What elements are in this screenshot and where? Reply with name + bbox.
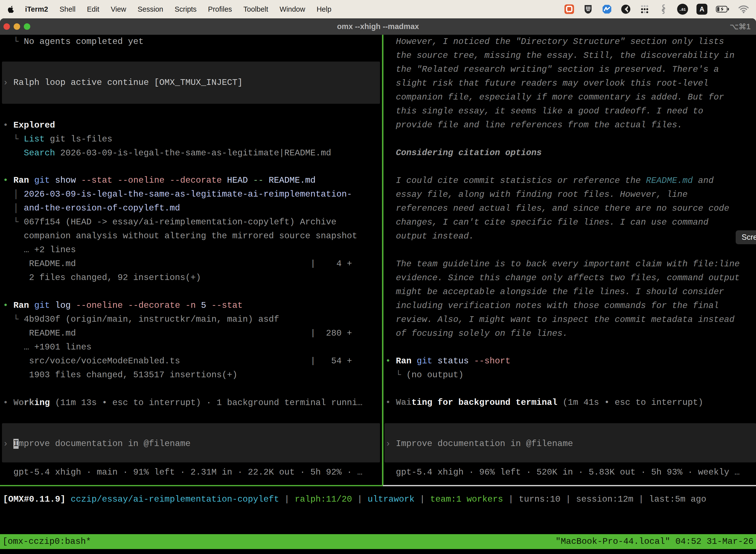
text-segment: -- [253, 175, 263, 185]
text-segment: essay file, along with finding root file… [385, 189, 688, 200]
terminal-line: essay file, along with finding root file… [385, 188, 688, 202]
pane-divider[interactable] [382, 35, 383, 486]
text-segment: List [24, 134, 45, 144]
screen-tooltip: Scre [736, 230, 756, 244]
tmux-pane-left: └ No agents completed yet› Ralph loop ac… [0, 35, 382, 485]
omx-status-line: [OMX#0.11.9] cczip/essay/ai-reimplementa… [3, 492, 706, 506]
text-segment: • [385, 398, 396, 407]
text-segment: this single essay, it seems like a good … [385, 106, 703, 116]
meter-app-icon[interactable] [602, 4, 612, 14]
text-segment: rk [24, 398, 34, 408]
battery-icon[interactable] [716, 5, 730, 13]
terminal-line: evidence. Since this change only affects… [385, 271, 740, 285]
text-segment: … +2 lines [3, 245, 76, 255]
text-segment: 2026-03-09-is-legal-the-same-as-legitima… [55, 148, 331, 158]
shield-grid-icon[interactable] [583, 4, 593, 14]
text-segment: provide file and line references from th… [385, 120, 682, 130]
terminal-line: slight risk that future readers may over… [385, 76, 708, 90]
input-source-icon[interactable]: A [696, 4, 707, 15]
text-segment: slight risk that future readers may over… [385, 78, 708, 88]
tmux-status-bar: [omx-cczip0:bash* "MacBook-Pro-44.local"… [0, 534, 756, 549]
text-segment: git [34, 300, 50, 311]
model-status-line: gpt-5.4 xhigh · main · 91% left · 2.31M … [3, 465, 362, 479]
text-segment: review. Also, I might want to inspect th… [385, 315, 735, 325]
terminal-line: changes, I can't cite specific file line… [385, 215, 708, 229]
text-segment: README.md [646, 176, 693, 186]
text-segment: might be acceptable alongside the file l… [385, 287, 724, 297]
terminal-line: └ List git ls-files [3, 132, 112, 146]
text-segment: Ralph loop active continue [OMX_TMUX_INJ… [13, 78, 243, 88]
kaleidoscope-icon[interactable] [621, 4, 631, 14]
text-segment: companion file, especially if more comme… [385, 92, 724, 102]
terminal-line: the "Related research writing" section i… [385, 63, 719, 76]
text-segment: gpt-5.4 xhigh · main · 91% left · 2.31M … [3, 467, 362, 477]
minimize-button[interactable] [14, 23, 20, 30]
menu-item-shell[interactable]: Shell [54, 5, 81, 13]
text-segment: └ [3, 134, 24, 144]
text-segment: changes, I can't cite specific file line… [385, 217, 708, 227]
text-segment: | [415, 494, 430, 504]
menu-item-session[interactable]: Session [132, 5, 169, 13]
menu-item-profiles[interactable]: Profiles [202, 5, 238, 13]
text-segment: status [432, 356, 474, 366]
terminal-line: │ 2026-03-09-is-legal-the-same-as-legiti… [3, 187, 352, 201]
menu-item-view[interactable]: View [105, 5, 132, 13]
text-segment: • [3, 398, 13, 408]
text-segment: gpt-5.4 xhigh · 96% left · 520K in · 5.8… [385, 467, 740, 477]
text-segment: README.md | 4 + [3, 259, 352, 269]
terminal-line: └ 067f154 (HEAD -> essay/ai-reimplementa… [3, 215, 336, 229]
terminal-line: … +1901 lines [3, 340, 91, 354]
close-button[interactable] [3, 23, 10, 30]
terminal-line: └ (no output) [385, 368, 463, 382]
text-segment: references need actual files, and since … [385, 204, 729, 214]
menu-item-toolbelt[interactable]: Toolbelt [238, 5, 274, 13]
text-segment: Ran [13, 300, 29, 311]
menu-item-window[interactable]: Window [274, 5, 311, 13]
iterm2-window: omx --xhigh --madmax ⌥⌘1 └ No agents com… [0, 18, 756, 554]
menu-item-help[interactable]: Help [311, 5, 337, 13]
text-segment: └ [3, 217, 24, 227]
chat-app-icon[interactable] [564, 4, 574, 14]
text-segment: 2026-03-09-is-legal-the-same-as-legitima… [24, 189, 352, 199]
traffic-lights [0, 23, 30, 30]
terminal-line: I could cite commit statistics or refere… [385, 174, 713, 188]
text-segment: | [560, 494, 576, 504]
text-segment: Ran [13, 175, 29, 185]
prompt-input-line: › Improve documentation in @filename [3, 437, 190, 451]
text-segment: companion analysis without altering the … [3, 231, 357, 241]
text-segment: --stat --oneline --decorate [81, 175, 222, 185]
pane-bottom-border-right [383, 485, 756, 486]
menu-item-edit[interactable]: Edit [81, 5, 105, 13]
terminal-line: … +2 lines [3, 243, 76, 257]
tmux-session-label: [omx-cczip0:bash* [2, 535, 91, 549]
menu-item-iterm2[interactable]: iTerm2 [19, 5, 54, 13]
text-segment: (1m 41s • esc to interrupt) [557, 398, 703, 407]
menu-item-scripts[interactable]: Scripts [169, 5, 202, 13]
text-segment: --short [474, 356, 510, 366]
dots-grid-icon[interactable] [639, 4, 650, 14]
text-segment: • [3, 175, 13, 185]
text-segment: Considering citation options [385, 148, 542, 158]
text-segment: HEAD [222, 175, 253, 185]
text-segment: However, I noticed the "Directory Struct… [385, 37, 724, 47]
text-segment: git [417, 356, 432, 366]
terminal-line: output instead. [385, 229, 474, 243]
ralph-loop-line: › Ralph loop active continue [OMX_TMUX_I… [3, 76, 243, 90]
text-segment: of focusing solely on file lines. [385, 329, 568, 339]
battery-percent-badge-icon[interactable]: ..61 [677, 4, 688, 15]
zoom-button[interactable] [24, 23, 30, 30]
terminal-line: • Ran git status --short [385, 354, 510, 368]
tmux-host-clock: "MacBook-Pro-44.local" 04:52 31-Mar-26 [556, 535, 754, 549]
text-segment: turns:10 [519, 494, 560, 504]
apple-menu-icon[interactable] [7, 5, 15, 13]
terminal-line: might be acceptable alongside the file l… [385, 285, 724, 299]
terminal-line: └ No agents completed yet [3, 35, 144, 49]
wifi-icon[interactable] [738, 5, 749, 13]
terminal-line: └ 4b9d30f (origin/main, instructkr/main,… [3, 313, 279, 326]
window-title: omx --xhigh --madmax [0, 22, 756, 31]
text-segment: the "Related research writing" section i… [385, 64, 719, 74]
text-segment: | [633, 494, 649, 504]
terminal-line: However, I noticed the "Directory Struct… [385, 35, 724, 49]
squiggle-icon[interactable] [658, 4, 669, 14]
text-segment: └ [3, 37, 24, 47]
